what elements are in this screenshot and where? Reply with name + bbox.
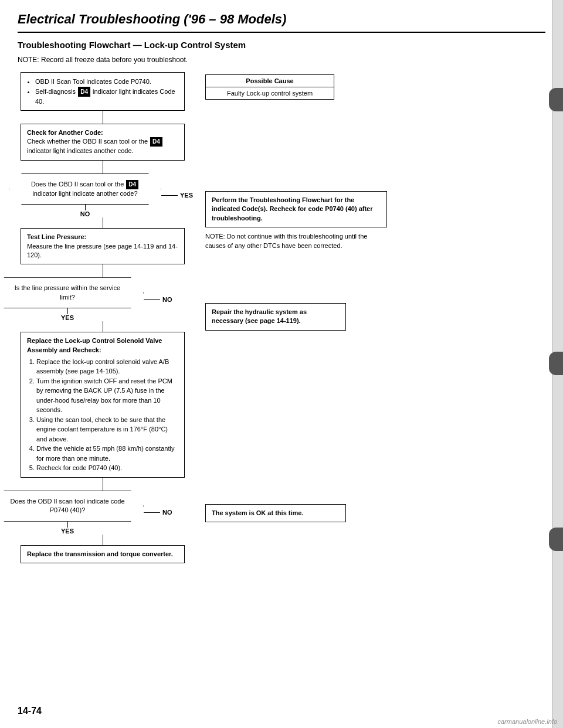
binding-bump-top [549, 88, 563, 111]
title-divider [18, 32, 545, 33]
test-line-pressure-body: Measure the line pressure (see page 14-1… [27, 243, 178, 258]
possible-cause-header: Possible Cause [205, 74, 334, 87]
right-column: Possible Cause Faulty Lock-up control sy… [205, 72, 545, 522]
flowchart-area: OBD II Scan Tool indicates Code P0740. S… [18, 72, 545, 563]
decision1-diamond: Does the OBD II scan tool or the D4 indi… [9, 174, 161, 205]
d4-badge-2: D4 [150, 137, 162, 147]
repair-hydraulic-text: Repair the hydraulic system as necessary… [212, 308, 307, 324]
connector-v-1 [103, 111, 103, 124]
watermark: carmanualonline.info [497, 718, 557, 725]
replace-lockup-item-4: Drive the vehicle at 55 mph (88 km/h) co… [36, 444, 178, 463]
page-number: 14-74 [18, 706, 42, 716]
decision3-no-label: NO [160, 509, 175, 516]
connector-v-6 [103, 478, 103, 491]
repair-hydraulic-box: Repair the hydraulic system as necessary… [205, 303, 346, 331]
no-h-line-2 [144, 299, 160, 300]
d4-badge-3: D4 [126, 180, 138, 189]
decision2-row: Is the line pressure within the service … [0, 277, 214, 321]
perform-troubleshoot-box: Perform the Troubleshooting Flowchart fo… [205, 191, 387, 227]
decision3-no-branch: NO [144, 509, 175, 516]
test-line-pressure-box: Test Line Pressure: Measure the line pre… [21, 228, 185, 264]
start-bullet-1: OBD II Scan Tool indicates Code P0740. [35, 77, 178, 87]
check-another-code-body: Check whether the OBD II scan tool or th… [27, 138, 163, 154]
decision3-text: Does the OBD II scan tool indicate code … [10, 498, 124, 513]
decision1-no-label: NO [78, 210, 93, 217]
decision1-diamond-wrap: Does the OBD II scan tool or the D4 indi… [9, 174, 161, 205]
decision2-diamond: Is the line pressure within the service … [0, 277, 144, 308]
replace-lockup-box: Replace the Lock-up Control Solenoid Val… [21, 332, 185, 478]
decision1-left: Does the OBD II scan tool or the D4 indi… [9, 174, 161, 217]
note-text: NOTE: Record all freeze data before you … [18, 56, 545, 64]
test-line-pressure-title: Test Line Pressure: [27, 233, 86, 240]
left-column: OBD II Scan Tool indicates Code P0740. S… [18, 72, 188, 563]
start-bullet-2: Self-diagnosis D4 indicator light indica… [35, 87, 178, 107]
connector-v-5 [103, 321, 103, 332]
binding-bump-mid [549, 352, 563, 375]
system-ok-box: The system is OK at this time. [205, 504, 346, 522]
decision1-yes-branch: YES [161, 192, 195, 199]
decision2-text: Is the line pressure within the service … [15, 284, 120, 300]
decision3-yes-line [67, 522, 68, 528]
binding-bump-bot [549, 528, 563, 551]
replace-lockup-item-3: Using the scan tool, check to be sure th… [36, 415, 178, 444]
decision3-diamond: Does the OBD II scan tool indicate code … [0, 491, 144, 522]
replace-lockup-item-2: Turn the ignition switch OFF and reset t… [36, 376, 178, 415]
section-subtitle: Troubleshooting Flowchart — Lock-up Cont… [18, 40, 545, 50]
decision2-diamond-wrap: Is the line pressure within the service … [0, 277, 144, 308]
page-title: Electrical Troubleshooting ('96 – 98 Mod… [18, 12, 545, 27]
system-ok-text: The system is OK at this time. [212, 509, 304, 516]
d4-badge: D4 [78, 87, 90, 97]
connector-v-4 [103, 264, 103, 277]
decision3-left: Does the OBD II scan tool indicate code … [0, 491, 144, 535]
possible-cause-container: Possible Cause Faulty Lock-up control sy… [205, 74, 334, 100]
replace-transmission-box: Replace the transmission and torque conv… [21, 545, 185, 563]
binding-edge [552, 0, 563, 728]
decision2-no-label: NO [160, 296, 175, 303]
decision2-no-branch: NO [144, 296, 175, 303]
no-h-line-3 [144, 512, 160, 513]
possible-cause-body: Faulty Lock-up control system [205, 87, 334, 100]
perform-troubleshoot-note: NOTE: Do not continue with this troubles… [205, 232, 387, 250]
yes-h-line [161, 195, 178, 196]
decision2-yes-label: YES [59, 314, 76, 321]
replace-lockup-item-1: Replace the lock-up control solenoid val… [36, 357, 178, 376]
connector-v-2 [103, 161, 103, 174]
decision1-no-line [85, 205, 86, 210]
check-another-code-title: Check for Another Code: [27, 129, 103, 136]
replace-transmission-text: Replace the transmission and torque conv… [27, 550, 173, 557]
connector-v-7 [103, 535, 103, 545]
decision3-diamond-wrap: Does the OBD II scan tool indicate code … [0, 491, 144, 522]
check-another-code-box: Check for Another Code: Check whether th… [21, 124, 185, 161]
decision2-left: Is the line pressure within the service … [0, 277, 144, 321]
replace-lockup-title: Replace the Lock-up Control Solenoid Val… [27, 337, 162, 353]
perform-troubleshoot-title: Perform the Troubleshooting Flowchart fo… [212, 196, 372, 222]
decision2-yes-line [67, 308, 68, 314]
decision3-yes-label: YES [59, 528, 76, 535]
connector-v-3 [103, 217, 103, 228]
decision1-row: Does the OBD II scan tool or the D4 indi… [9, 174, 196, 217]
decision3-row: Does the OBD II scan tool indicate code … [0, 491, 214, 535]
start-box: OBD II Scan Tool indicates Code P0740. S… [21, 72, 185, 111]
decision1-yes-label: YES [178, 192, 195, 199]
perform-troubleshoot-container: Perform the Troubleshooting Flowchart fo… [205, 191, 387, 250]
replace-lockup-item-5: Recheck for code P0740 (40). [36, 463, 178, 473]
